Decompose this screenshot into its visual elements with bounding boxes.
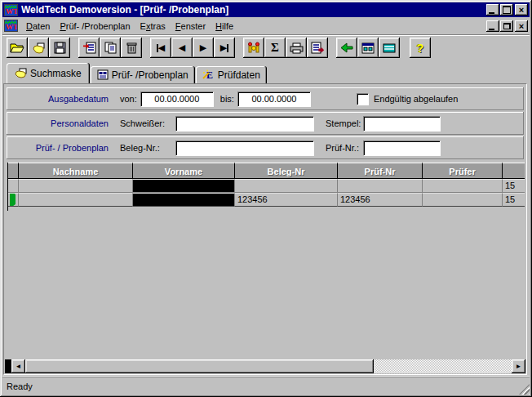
find-button[interactable] bbox=[243, 38, 264, 58]
minimize-button[interactable] bbox=[486, 4, 499, 16]
menu-pruef-probenplan[interactable]: Prüf- /Probenplan bbox=[55, 20, 135, 33]
cell-pruef-nr[interactable]: 123456 bbox=[338, 193, 423, 207]
cell-beleg-nr[interactable]: 123456 bbox=[235, 193, 338, 207]
schweisser-input[interactable] bbox=[175, 116, 314, 132]
form-row-personaldaten: Personaldaten Schweißer: Stempel: bbox=[7, 112, 524, 135]
personaldaten-label: Personaldaten bbox=[7, 118, 109, 128]
beleg-nr-label: Beleg-Nr.: bbox=[120, 143, 175, 153]
column-header-beleg-nr[interactable]: Beleg-Nr bbox=[235, 163, 338, 179]
status-bar: Ready bbox=[2, 377, 530, 395]
wizard-icon: E bbox=[202, 69, 215, 80]
bis-label: bis: bbox=[220, 94, 234, 104]
column-header-extra[interactable] bbox=[503, 163, 525, 179]
tab-suchmaske[interactable]: Suchmaske bbox=[7, 63, 90, 83]
cell-pruefer[interactable] bbox=[423, 193, 503, 207]
menu-daten[interactable]: Daten bbox=[21, 20, 55, 33]
column-header-pruef-nr[interactable]: Prüf-Nr bbox=[338, 163, 423, 179]
prev-record-icon: ◀ bbox=[179, 43, 185, 52]
mdi-restore-icon bbox=[503, 23, 511, 29]
cell-nachname[interactable] bbox=[19, 193, 133, 207]
last-record-button[interactable]: ▶ bbox=[214, 38, 235, 58]
column-header-nachname[interactable]: Nachname bbox=[19, 163, 133, 179]
form-doc-icon bbox=[97, 69, 109, 80]
delete-button[interactable] bbox=[121, 38, 142, 58]
form-row-probenplan: Prüf- / Probenplan Beleg-Nr.: Prüf-Nr.: bbox=[7, 136, 524, 159]
row-indicator-cell bbox=[8, 193, 19, 207]
copy-icon bbox=[104, 42, 117, 54]
mdi-minimize-icon bbox=[489, 29, 494, 30]
save-button[interactable] bbox=[49, 38, 70, 58]
cell-extra[interactable]: 15 bbox=[503, 193, 525, 207]
cell-pruef-nr[interactable] bbox=[338, 179, 423, 193]
scrollbar-thumb[interactable] bbox=[25, 359, 374, 373]
grid-view-button[interactable] bbox=[379, 38, 400, 58]
print-button[interactable] bbox=[286, 38, 307, 58]
column-header-pruefer[interactable]: Prüfer bbox=[423, 163, 503, 179]
scroll-left-icon: ◄ bbox=[16, 363, 22, 370]
mdi-child-icon[interactable]: WT bbox=[4, 20, 18, 32]
menu-fenster[interactable]: Fenster bbox=[171, 20, 211, 33]
quick-search-button[interactable] bbox=[28, 38, 49, 58]
copy-button[interactable] bbox=[100, 38, 121, 58]
scrollbar-split-box[interactable] bbox=[5, 359, 11, 373]
mdi-close-icon: × bbox=[519, 22, 524, 30]
mdi-close-button[interactable]: × bbox=[515, 20, 528, 32]
pruef-nr-input[interactable] bbox=[363, 141, 441, 156]
exit-button[interactable] bbox=[336, 38, 357, 58]
menu-bar: WT Daten Prüf- /Probenplan Extras Fenste… bbox=[2, 17, 530, 35]
scroll-left-button[interactable]: ◄ bbox=[11, 359, 25, 373]
tab-label: Prüf- /Probenplan bbox=[112, 69, 188, 81]
form-row-ausgabedatum: Ausgabedatum von: bis: Endgültig abgelau… bbox=[7, 87, 524, 110]
tab-strip: Suchmaske Prüf- /Probenplan E Prüfdaten bbox=[2, 60, 530, 83]
maximize-icon bbox=[503, 6, 511, 14]
mdi-restore-button[interactable] bbox=[500, 20, 513, 32]
scroll-right-button[interactable]: ► bbox=[512, 359, 525, 373]
menu-hilfe[interactable]: Hilfe bbox=[211, 20, 238, 33]
stempel-input[interactable] bbox=[363, 116, 441, 132]
cell-extra[interactable]: 15 bbox=[503, 179, 525, 193]
form-window-icon bbox=[361, 42, 375, 54]
pruef-nr-label: Prüf-Nr.: bbox=[326, 143, 361, 153]
open-button[interactable] bbox=[7, 38, 28, 58]
beleg-nr-input[interactable] bbox=[175, 141, 314, 156]
sum-button[interactable]: Σ bbox=[264, 38, 286, 58]
status-text: Ready bbox=[7, 381, 33, 391]
first-record-icon: ◀ bbox=[157, 43, 165, 52]
prev-record-button[interactable]: ◀ bbox=[171, 38, 193, 58]
exit-arrow-icon bbox=[340, 42, 353, 53]
cell-nachname[interactable] bbox=[19, 179, 133, 193]
first-record-button[interactable]: ◀ bbox=[150, 38, 171, 58]
save-floppy-icon bbox=[54, 42, 66, 54]
close-button[interactable]: × bbox=[515, 4, 528, 16]
next-record-button[interactable]: ▶ bbox=[193, 38, 214, 58]
cell-beleg-nr[interactable] bbox=[235, 179, 338, 193]
minimize-icon bbox=[489, 12, 494, 14]
append-record-icon bbox=[82, 42, 96, 54]
scrollbar-track[interactable] bbox=[374, 359, 512, 373]
search-mask-panel: Ausgabedatum von: bis: Endgültig abgelau… bbox=[3, 83, 527, 375]
column-header-vorname[interactable]: Vorname bbox=[133, 163, 235, 179]
app-icon[interactable]: WT bbox=[4, 4, 18, 16]
trash-icon bbox=[126, 42, 137, 54]
append-record-button[interactable] bbox=[78, 38, 100, 58]
menu-extras[interactable]: Extras bbox=[135, 20, 171, 33]
last-record-icon: ▶ bbox=[220, 43, 228, 52]
app-window: WT WeldTech Demoversion - [Prüf- /Proben… bbox=[0, 0, 532, 397]
title-bar: WT WeldTech Demoversion - [Prüf- /Proben… bbox=[2, 2, 530, 17]
sigma-icon: Σ bbox=[271, 41, 279, 55]
resize-grip[interactable] bbox=[519, 384, 530, 395]
tab-pruefdaten[interactable]: E Prüfdaten bbox=[196, 66, 267, 83]
mdi-minimize-button[interactable] bbox=[486, 20, 499, 32]
endgueltig-abgelaufen-checkbox[interactable] bbox=[357, 93, 369, 105]
tab-label: Prüfdaten bbox=[218, 69, 260, 81]
von-date-input[interactable] bbox=[140, 91, 214, 107]
bis-date-input[interactable] bbox=[237, 91, 311, 107]
report-button[interactable] bbox=[307, 38, 328, 58]
maximize-button[interactable] bbox=[500, 4, 513, 16]
help-button[interactable]: ? bbox=[410, 38, 431, 58]
form-view-button[interactable] bbox=[357, 38, 379, 58]
cell-vorname-redacted[interactable] bbox=[133, 179, 235, 193]
cell-pruefer[interactable] bbox=[423, 179, 503, 193]
cell-vorname-redacted[interactable] bbox=[133, 193, 235, 207]
tab-pruef-probenplan[interactable]: Prüf- /Probenplan bbox=[91, 66, 195, 83]
